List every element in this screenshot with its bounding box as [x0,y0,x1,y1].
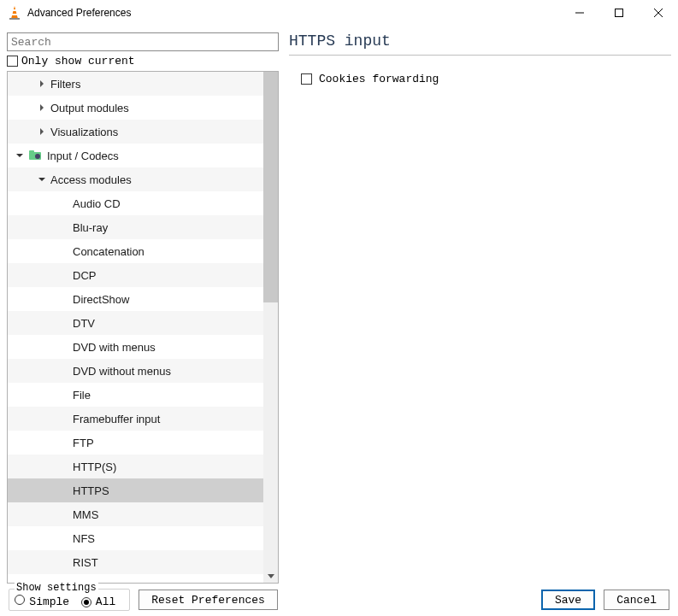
tree-item[interactable]: DVD without menus [8,359,263,383]
svg-rect-2 [12,14,18,15]
tree-item-label: Concatenation [73,245,144,258]
svg-rect-3 [9,18,20,20]
tree-item-label: HTTP(S) [73,461,116,473]
titlebar: Advanced Preferences [0,0,678,26]
tree-item[interactable]: DVD with menus [8,335,263,359]
show-settings-group: Show settings Simple All [9,589,130,611]
tree-item[interactable]: FTP [8,431,263,455]
tree-item-label: Input / Codecs [47,150,119,162]
tree-item-label: Framebuffer input [73,413,160,425]
simple-radio[interactable] [15,595,25,605]
reset-preferences-button[interactable]: Reset Preferences [139,590,278,610]
tree-item-label: DCP [73,269,96,282]
tree-item[interactable]: Framebuffer input [8,407,263,431]
svg-marker-16 [268,574,274,578]
tree-item-label: FTP [73,437,94,449]
close-button[interactable] [639,0,678,26]
svg-marker-11 [16,154,23,157]
svg-marker-0 [11,6,18,19]
svg-point-14 [35,154,40,159]
tree-item[interactable]: HTTP(S) [8,455,263,478]
tree-item[interactable]: Visualizations [8,120,263,144]
tree-item[interactable]: DTV [8,311,263,335]
preferences-tree: FiltersOutput modulesVisualizationsInput… [7,71,279,584]
tree-item-label: Access modules [50,173,132,186]
category-icon [28,149,42,162]
tree-item[interactable]: Audio CD [8,191,263,215]
only-show-current-checkbox[interactable] [7,56,18,67]
svg-rect-5 [616,9,623,16]
cancel-button[interactable]: Cancel [604,590,669,610]
tree-item-label: Filters [50,78,80,91]
tree-item-label: DVD without menus [73,365,171,378]
svg-marker-10 [40,128,44,135]
svg-rect-13 [29,150,34,153]
tree-item[interactable]: Concatenation [8,239,263,263]
tree-item[interactable]: DirectShow [8,287,263,311]
chevron-right-icon[interactable] [37,128,47,135]
tree-item-label: HTTPS [73,484,109,497]
tree-item[interactable]: Output modules [8,96,263,120]
scrollbar-thumb[interactable] [263,72,278,302]
chevron-right-icon[interactable] [37,104,47,111]
tree-item[interactable]: Blu-ray [8,215,263,239]
tree-item-label: Output modules [50,102,129,114]
only-show-current-label: Only show current [21,55,135,67]
tree-item[interactable]: MMS [8,502,263,526]
minimize-button[interactable] [560,0,599,26]
svg-rect-1 [12,9,16,11]
tree-item[interactable]: Access modules [8,167,263,191]
tree-item[interactable]: RIST [8,550,263,574]
chevron-down-icon[interactable] [15,152,25,159]
maximize-button[interactable] [599,0,639,26]
tree-item[interactable]: File [8,383,263,407]
cookies-forwarding-checkbox[interactable] [301,73,312,85]
tree-item-label: DirectShow [73,293,129,306]
search-input[interactable] [7,32,279,51]
save-button[interactable]: Save [541,590,595,610]
tree-item-label: MMS [73,508,98,521]
cookies-forwarding-label: Cookies forwarding [319,73,439,85]
tree-scrollbar[interactable] [263,72,278,583]
tree-item[interactable]: Input / Codecs [8,144,263,167]
scrollbar-down-arrow[interactable] [263,568,278,583]
svg-marker-8 [40,80,44,87]
chevron-down-icon[interactable] [37,176,47,183]
svg-marker-15 [38,178,45,181]
window-title: Advanced Preferences [27,7,131,19]
tree-item-label: Visualizations [50,126,118,138]
tree-item-label: Audio CD [73,197,121,210]
svg-marker-9 [40,104,44,111]
tree-item-label: File [73,389,91,402]
vlc-cone-icon [7,5,22,21]
tree-item[interactable]: Filters [8,72,263,96]
panel-title: HTTPS input [289,32,671,56]
tree-item-label: Blu-ray [73,221,108,234]
tree-item[interactable]: HTTPS [8,478,263,502]
tree-item[interactable]: DCP [8,263,263,287]
show-settings-legend: Show settings [15,582,98,594]
all-radio-label: All [96,595,115,608]
tree-item[interactable]: NFS [8,526,263,550]
tree-item-label: DVD with menus [73,341,156,354]
chevron-right-icon[interactable] [37,80,47,87]
tree-item-label: DTV [73,317,95,330]
tree-item-label: RIST [73,556,98,569]
tree-item-label: NFS [73,532,95,545]
all-radio[interactable] [81,597,91,607]
simple-radio-label: Simple [29,595,69,608]
